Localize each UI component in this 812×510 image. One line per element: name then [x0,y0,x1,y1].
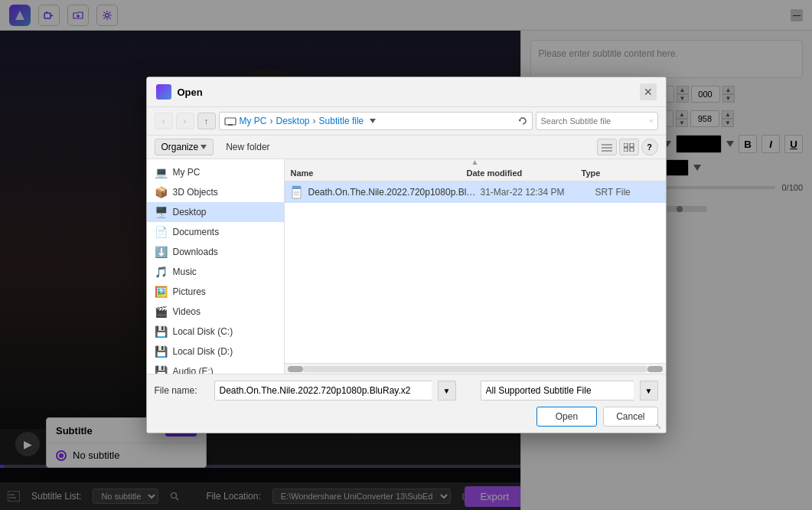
svg-rect-43 [624,148,628,152]
organize-button[interactable]: Organize [155,139,214,155]
breadcrumb[interactable]: My PC › Desktop › Subtitle file [219,112,533,130]
locald-icon: 💾 [155,345,168,358]
dialog-sidebar: 💻 My PC 📦 3D Objects 🖥️ Desktop 📄 Docume… [147,159,285,374]
footer-buttons: Open Cancel [155,407,658,427]
view-buttons: ? [597,139,658,155]
help-button[interactable]: ? [641,139,658,155]
dialog-body: 💻 My PC 📦 3D Objects 🖥️ Desktop 📄 Docume… [147,159,666,374]
sidebar-label-documents: Documents [173,227,220,237]
sort-arrow[interactable]: ▲ [285,159,666,164]
filename-label: File name: [155,385,208,396]
dialog-subbar: Organize New folder ? [147,136,666,159]
svg-rect-42 [630,143,634,147]
svg-rect-44 [630,148,634,152]
sidebar-label-videos: Videos [173,306,201,317]
file-name-cell: Death.On.The.Nile.2022.720p1080p.BluRa..… [308,187,481,198]
sidebar-label-mypc: My PC [173,167,201,178]
sidebar-label-pictures: Pictures [173,286,206,297]
search-icon [650,116,653,126]
search-bar[interactable] [536,112,658,130]
sidebar-label-locald: Local Disk (D:) [173,346,233,357]
svg-rect-41 [624,143,628,147]
documents-icon: 📄 [155,225,168,239]
music-icon: 🎵 [155,265,168,279]
up-button[interactable]: ↑ [197,113,216,129]
svg-rect-31 [225,118,236,125]
refresh-path-icon[interactable] [518,116,527,126]
col-type-header[interactable]: Type [582,168,601,178]
sidebar-label-desktop: Desktop [173,207,207,217]
sidebar-label-downloads: Downloads [173,247,218,257]
svg-rect-46 [292,186,301,189]
localc-icon: 💾 [155,325,168,338]
dialog-title: Open [178,87,634,98]
details-view-button[interactable] [597,139,617,155]
app-window: — [0,0,812,510]
mypc-icon [224,116,236,126]
back-button[interactable]: ‹ [155,113,173,129]
breadcrumb-dropdown-icon[interactable] [370,119,376,123]
scroll-right-btn[interactable] [647,366,663,372]
filetype-dropdown-button[interactable]: ▼ [640,381,658,400]
col-date-header[interactable]: Date modified [467,168,582,178]
open-button[interactable]: Open [536,407,597,427]
sidebar-item-3dobjects[interactable]: 📦 3D Objects [147,182,284,202]
new-folder-button[interactable]: New folder [220,139,276,155]
filetype-input[interactable] [481,381,634,400]
scroll-left-btn[interactable] [288,366,303,372]
horizontal-scrollbar[interactable] [285,363,666,374]
search-input[interactable] [541,116,647,126]
dialog-overlay: Open ✕ ‹ › ↑ My PC › Desktop › Subtitle … [0,0,812,510]
mypc-sidebar-icon: 💻 [155,165,168,179]
dialog-titlebar: Open ✕ [147,77,666,107]
scroll-track[interactable] [303,366,647,372]
sidebar-item-locald[interactable]: 💾 Local Disk (D:) [147,342,284,361]
organize-dropdown-icon [201,145,207,149]
sidebar-label-3dobjects: 3D Objects [173,187,218,198]
sidebar-item-downloads[interactable]: ⬇️ Downloads [147,242,284,262]
sidebar-item-videos[interactable]: 🎬 Videos [147,302,284,322]
svg-marker-37 [201,145,207,149]
breadcrumb-desktop[interactable]: Desktop [276,116,310,126]
sidebar-item-pictures[interactable]: 🖼️ Pictures [147,282,284,302]
downloads-icon: ⬇️ [155,245,168,259]
dialog-app-icon [156,84,171,100]
sidebar-item-music[interactable]: 🎵 Music [147,262,284,282]
svg-point-35 [650,120,651,122]
svg-marker-33 [370,119,376,123]
dialog-file-main: ▲ Name Date modified Type [285,159,666,374]
file-date-cell: 31-Mar-22 12:34 PM [481,187,595,198]
sidebar-item-documents[interactable]: 📄 Documents [147,222,284,242]
file-type-cell: SRT File [595,187,631,198]
dialog-toolbar: ‹ › ↑ My PC › Desktop › Subtitle file [147,107,666,136]
organize-label: Organize [161,142,199,152]
sidebar-label-audio: Audio (E:) [173,366,214,374]
list-view-button[interactable] [619,139,639,155]
file-list: Death.On.The.Nile.2022.720p1080p.BluRa..… [285,181,666,363]
filename-dropdown-button[interactable]: ▼ [438,381,456,400]
cancel-button[interactable]: Cancel [603,407,657,427]
dialog-close-button[interactable]: ✕ [640,83,657,100]
resize-handle[interactable]: ⤡ [655,422,666,433]
svg-line-36 [651,122,652,123]
sidebar-item-mypc[interactable]: 💻 My PC [147,162,284,182]
filename-row: File name: ▼ ▼ [155,381,658,400]
sidebar-item-audio[interactable]: 💾 Audio (E:) [147,361,284,374]
breadcrumb-subtitle[interactable]: Subtitle file [319,116,364,126]
file-list-header: ▲ Name Date modified Type [285,159,666,181]
audio-icon: 💾 [155,365,168,374]
forward-button[interactable]: › [176,113,194,129]
videos-icon: 🎬 [155,305,168,319]
file-dialog: Open ✕ ‹ › ↑ My PC › Desktop › Subtitle … [146,77,667,433]
table-row[interactable]: Death.On.The.Nile.2022.720p1080p.BluRa..… [285,181,666,203]
breadcrumb-mypc[interactable]: My PC [240,116,267,126]
sidebar-item-desktop[interactable]: 🖥️ Desktop [147,202,284,222]
col-name-header[interactable]: Name [291,168,467,178]
3dobjects-icon: 📦 [155,185,168,199]
file-icon [291,185,305,199]
filename-input[interactable] [214,381,432,400]
sidebar-item-localc[interactable]: 💾 Local Disk (C:) [147,322,284,342]
sidebar-label-localc: Local Disk (C:) [173,326,233,337]
desktop-icon: 🖥️ [155,205,168,219]
pictures-icon: 🖼️ [155,285,168,299]
